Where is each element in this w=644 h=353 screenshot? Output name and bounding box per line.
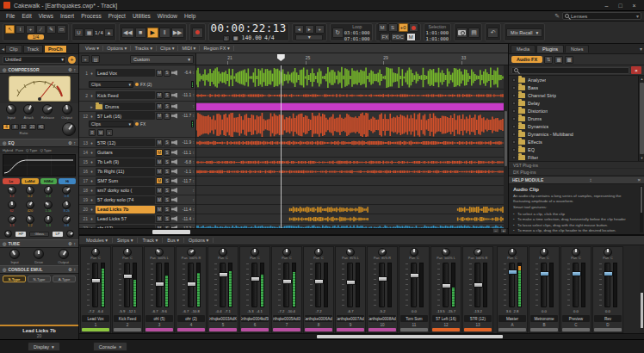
gear-icon[interactable]: ⚙ xyxy=(68,67,71,72)
fader-cap[interactable] xyxy=(572,271,581,276)
mixer-strip-12[interactable]: Pan100% L-13.5-15.757 Left (16)12 xyxy=(430,246,461,333)
power-icon[interactable]: ◎ xyxy=(3,140,6,146)
mixer-strip-5[interactable]: PanC-0.4-7.1Erthqke0003AdKc5 xyxy=(207,246,238,333)
track-row-20[interactable]: 20♦Lead Licks 7bMS-11.4 xyxy=(79,205,195,214)
draw-tool-icon[interactable]: ✎ xyxy=(46,25,56,34)
plugin-folder-bass[interactable]: Bass xyxy=(509,84,644,91)
browser-tab-plugins[interactable]: Plugins xyxy=(536,45,564,53)
checkbox[interactable] xyxy=(512,102,516,105)
tree-scrollbar[interactable]: ▲ ▼ xyxy=(638,76,644,161)
arrange-menu-tracks[interactable]: Tracks ▾ xyxy=(131,46,157,51)
track-header[interactable]: 20♦Lead Licks 7bMS-11.4 xyxy=(79,205,195,214)
clip-lane-12[interactable] xyxy=(196,112,508,138)
track-header[interactable]: ▸DrumsMS xyxy=(79,102,195,111)
track-volume[interactable]: -11.1 xyxy=(178,93,195,97)
track-row-19[interactable]: 19♦57 dorky solo (74MS xyxy=(79,195,195,205)
track-name[interactable]: 57 dorky solo (74 xyxy=(96,196,155,204)
solo-button[interactable]: S xyxy=(164,196,170,203)
snap-grid-icon[interactable]: ▦ xyxy=(84,28,94,37)
mix-btn-m[interactable]: M xyxy=(406,33,416,41)
fx-chip[interactable]: FX (2) xyxy=(135,83,152,87)
solo-button[interactable]: S xyxy=(164,139,170,146)
collapse-icon[interactable]: ↕ xyxy=(74,67,77,72)
eq-knob-lo-1[interactable] xyxy=(8,201,16,209)
track-row-16[interactable]: 16♦7b Right (11)MS-1.1 xyxy=(79,167,195,176)
screenshot-icon[interactable] xyxy=(456,28,468,38)
mute-button[interactable]: M xyxy=(156,149,163,156)
plugin-folder-drums[interactable]: Drums xyxy=(509,115,644,122)
mixer-strip-4[interactable]: Pan100% R-6.7-10.8ohr (2)4 xyxy=(176,246,207,333)
fader-cap[interactable] xyxy=(346,280,356,285)
console-menu-track[interactable]: Track ▾ xyxy=(138,238,163,243)
checkbox[interactable] xyxy=(512,109,516,113)
track-name[interactable]: 7b Right (11) xyxy=(96,168,155,176)
track-row-1[interactable]: 1♦Lead VoxMS-6.4Clips▾FX (2) xyxy=(79,65,195,90)
mute-button[interactable]: M xyxy=(156,103,163,110)
fx-bypass-button[interactable]: ▪ xyxy=(106,129,113,136)
forward-button[interactable]: ▶▶ xyxy=(171,28,184,38)
power-icon[interactable]: ◎ xyxy=(3,67,6,72)
prev-marker-icon[interactable]: ◂ xyxy=(294,25,304,34)
mixer-strip-1[interactable]: PanC-7.2-6.4Lead Vox1 xyxy=(80,246,111,333)
loop-end-time[interactable]: 07:01:000 xyxy=(344,36,370,41)
speaker-icon[interactable] xyxy=(171,216,177,221)
mute-button[interactable]: M xyxy=(156,92,163,99)
strip-name[interactable]: Earthqke0006Ad7 xyxy=(305,315,332,322)
volume-fader[interactable] xyxy=(124,263,130,307)
volume-fader[interactable] xyxy=(315,263,321,307)
clip-lane-21[interactable] xyxy=(196,214,508,224)
fx-chip[interactable]: FX xyxy=(135,122,146,127)
track-volume[interactable]: -11.4 xyxy=(178,207,195,212)
pan-knob[interactable] xyxy=(314,248,323,257)
mixer-strip-9[interactable]: Pan35% L-6.7Earthqke0007Ad79 xyxy=(335,246,366,333)
volume-fader[interactable] xyxy=(156,263,162,307)
eq-mode-q-type[interactable]: Q Type xyxy=(40,148,51,152)
mix-btn-s[interactable]: S xyxy=(388,23,398,32)
track-volume[interactable]: -1.1 xyxy=(178,170,195,174)
track-row-12[interactable]: 12♦57 Left (16)MS-11.7Clips▾FXRW▪ xyxy=(79,112,195,138)
clear-search-button[interactable]: × xyxy=(631,66,641,74)
eq-curve-display[interactable] xyxy=(3,154,76,176)
clip-lane-18[interactable] xyxy=(196,186,508,195)
power-icon[interactable]: ◎ xyxy=(3,241,6,246)
strip-name[interactable]: Erthqke0004kd5b xyxy=(241,315,269,322)
hp-filter-button[interactable]: HP xyxy=(15,232,26,237)
maximize-button[interactable]: □ xyxy=(614,1,627,10)
clip-lane-16[interactable] xyxy=(196,167,508,176)
eq-knob-lo-0[interactable] xyxy=(8,186,16,195)
eq-knob-lomid-0[interactable] xyxy=(26,186,34,195)
menu-process[interactable]: Process xyxy=(77,13,104,19)
strip-name[interactable]: Earthqke0007Ad7 xyxy=(337,315,364,322)
browser-tab-notes[interactable]: Notes xyxy=(565,45,589,53)
fader-cap[interactable] xyxy=(474,282,483,288)
meter-value[interactable]: 4/4 xyxy=(264,34,275,41)
zoom-in-button[interactable]: + xyxy=(500,228,507,233)
mixer-strip-11[interactable]: PanC0.0Tom Sum11 xyxy=(399,246,430,333)
solo-button[interactable]: S xyxy=(164,103,170,110)
volume-fader[interactable] xyxy=(509,263,515,307)
checkbox[interactable] xyxy=(512,148,516,152)
track-name[interactable]: 57R (12) xyxy=(96,139,155,146)
console-menu-strips[interactable]: Strips ▾ xyxy=(113,238,138,243)
track-header[interactable]: 13♦57R (12)MS-11.9 xyxy=(79,138,195,147)
track-header[interactable]: 14♦GuitarsMS-11.1 xyxy=(79,148,195,157)
arrange-menu-region-fx[interactable]: Region FX ▾ xyxy=(200,46,233,51)
menu-file[interactable]: File xyxy=(3,13,18,19)
lp-filter-button[interactable]: LP xyxy=(53,232,62,237)
clip-lane-13[interactable] xyxy=(196,138,508,148)
plugin-folder-effects[interactable]: Effects xyxy=(509,138,644,146)
volume-fader[interactable] xyxy=(604,263,610,307)
eq-mode-q-type[interactable]: Q Type xyxy=(26,148,37,152)
pan-knob[interactable] xyxy=(540,248,548,257)
eq-knob-himid-0[interactable] xyxy=(44,186,53,195)
mixer-strip-2[interactable]: PanC-5.9-12.1Kick Feed2 xyxy=(112,246,143,333)
plugin-folder-delay[interactable]: Delay xyxy=(509,99,644,107)
track-header[interactable]: 15♦7b Left (9)MS-6.8 xyxy=(79,158,195,166)
eq-band-hi[interactable]: Hi xyxy=(59,178,76,184)
fader-cap[interactable] xyxy=(123,274,133,279)
track-header[interactable]: 18♦sm7 dorky solo (MS xyxy=(79,186,195,195)
track-row-18[interactable]: 18♦sm7 dorky solo (MS xyxy=(79,186,195,195)
track-name[interactable]: Kick Feed xyxy=(96,91,155,99)
clip-lane-2[interactable] xyxy=(196,90,508,102)
volume-fader[interactable] xyxy=(188,263,194,307)
